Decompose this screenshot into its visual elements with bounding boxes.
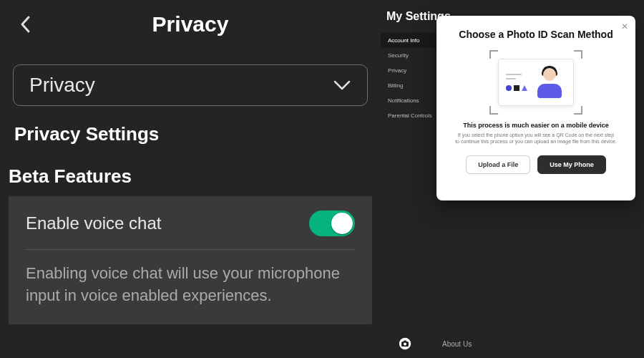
sidebar-item-parental-controls[interactable]: Parental Controls [381, 108, 438, 123]
use-my-phone-button[interactable]: Use My Phone [537, 155, 606, 174]
photo-id-modal: ✕ Choose a Photo ID Scan Method This pro… [436, 16, 635, 200]
svg-rect-3 [404, 341, 406, 343]
sidebar-item-privacy[interactable]: Privacy [381, 63, 438, 78]
privacy-panel: Privacy Privacy Privacy Settings Beta Fe… [0, 0, 381, 358]
sidebar-item-billing[interactable]: Billing [381, 78, 438, 93]
voice-chat-card: Enable voice chat Enabling voice chat wi… [9, 196, 372, 324]
upload-file-button[interactable]: Upload a File [466, 155, 530, 174]
svg-point-2 [404, 343, 406, 346]
section-title-privacy-settings: Privacy Settings [14, 123, 381, 145]
about-us-link[interactable]: About Us [442, 340, 472, 348]
toggle-knob [331, 213, 353, 234]
page-title: Privacy [14, 12, 366, 37]
camera-icon-svg [399, 337, 411, 350]
voice-chat-description: Enabling voice chat will use your microp… [26, 263, 355, 307]
avatar-icon [537, 67, 562, 98]
section-title-beta-features: Beta Features [9, 165, 381, 188]
voice-chat-row: Enable voice chat [26, 211, 355, 250]
settings-footer: About Us [381, 337, 644, 351]
id-scan-illustration [489, 50, 582, 115]
voice-chat-label: Enable voice chat [26, 213, 161, 233]
sidebar-item-account-info[interactable]: Account Info [381, 33, 438, 48]
camera-icon[interactable] [398, 337, 412, 351]
sidebar-item-security[interactable]: Security [381, 48, 438, 63]
id-card-graphic [498, 59, 574, 106]
modal-title: Choose a Photo ID Scan Method [451, 29, 621, 40]
modal-actions: Upload a File Use My Phone [451, 155, 621, 174]
dropdown-selected-label: Privacy [29, 74, 95, 97]
modal-description: If you select the phone option you will … [451, 132, 621, 145]
settings-nav: Account Info Security Privacy Billing No… [381, 30, 438, 123]
close-icon[interactable]: ✕ [621, 21, 628, 32]
modal-subtitle: This process is much easier on a mobile … [451, 122, 621, 129]
top-bar: Privacy [0, 0, 381, 49]
sidebar-item-notifications[interactable]: Notifications [381, 93, 438, 108]
app-root: Privacy Privacy Privacy Settings Beta Fe… [0, 0, 644, 358]
privacy-dropdown[interactable]: Privacy [13, 64, 368, 106]
voice-chat-toggle[interactable] [309, 211, 355, 236]
chevron-down-icon [333, 79, 351, 91]
